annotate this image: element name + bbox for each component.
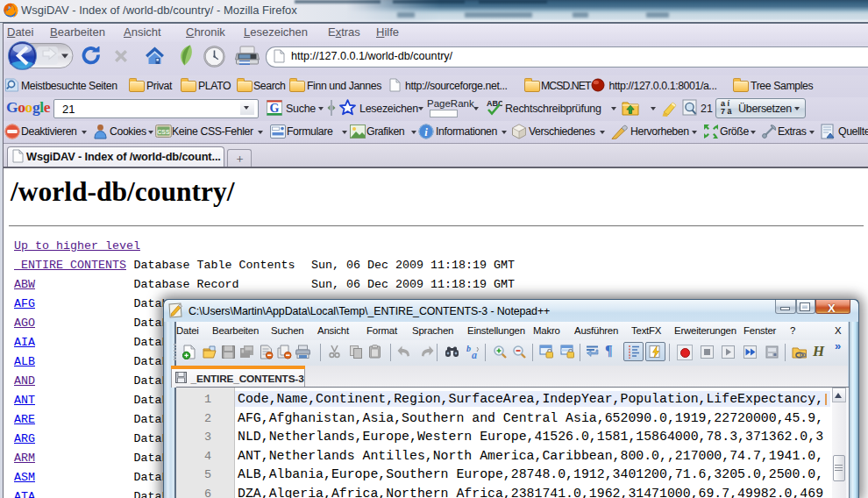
- svg-text:G: G: [270, 102, 280, 115]
- svg-text:i: i: [424, 126, 428, 139]
- svg-text:b: b: [466, 344, 471, 353]
- svg-text:a: a: [472, 349, 477, 360]
- svg-text:ABC: ABC: [487, 99, 502, 108]
- svg-text:CSS: CSS: [157, 129, 170, 135]
